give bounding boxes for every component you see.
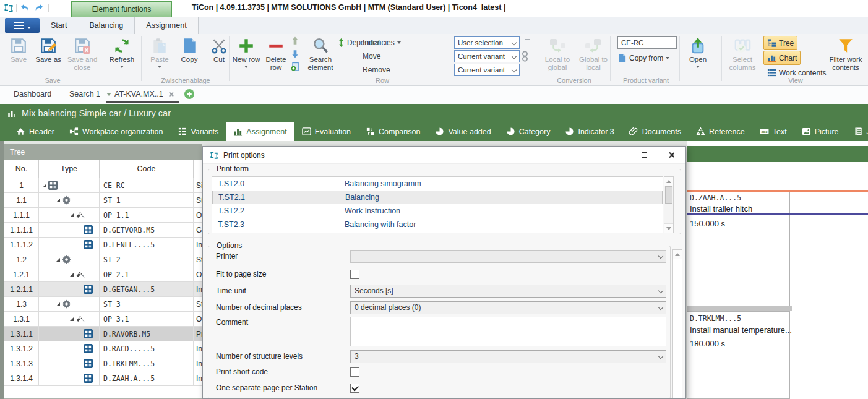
redo-button[interactable] (33, 3, 45, 13)
comment-input[interactable] (350, 317, 666, 346)
delete-row-button[interactable]: Delete row (261, 35, 291, 72)
tree-row-1-3[interactable]: 1.3ST 3St (4, 297, 202, 312)
filter-work-contents-label: Filter work contents (825, 56, 866, 72)
document-tab-at-kva-mx-1[interactable]: AT-KVA.MX..1 (106, 86, 174, 102)
tree-row-1-1-1[interactable]: 1.1.1OP 1.1O (4, 208, 202, 223)
tree-row-1-1-1-2[interactable]: 1.1.1.2D.LENLL....5In (4, 238, 202, 252)
print-form-item-t-st2-0[interactable]: T.ST2.0Balancing simogramm (212, 177, 663, 191)
scroll-up-button[interactable] (664, 177, 673, 186)
tab-category[interactable]: Category (499, 122, 558, 141)
print-short-code-checkbox[interactable] (350, 367, 359, 377)
fit-to-page-size-checkbox[interactable] (350, 270, 359, 279)
move-combo[interactable]: Current variant (454, 50, 520, 62)
time-unit-combo[interactable]: Seconds [s] (350, 285, 666, 298)
expand-triangle-icon[interactable] (43, 184, 46, 187)
tree-row-1-2[interactable]: 1.2ST 2St (4, 252, 202, 267)
open-button[interactable]: Open (683, 35, 713, 68)
refresh-button[interactable]: Refresh (105, 35, 139, 68)
minimize-button[interactable] (606, 148, 625, 162)
process-grid-icon (84, 359, 93, 368)
expand-triangle-icon[interactable] (56, 199, 60, 202)
undo-button[interactable] (20, 3, 31, 13)
scrollbar[interactable] (672, 249, 682, 399)
filter-work-contents-button[interactable]: Filter work contents (825, 35, 866, 72)
row-code: ST 1 (100, 193, 194, 207)
tree-row-1-2-1-1[interactable]: 1.2.1.1D.GETGAN...5In (4, 282, 202, 297)
document-tab-dashboard[interactable]: Dashboard (14, 86, 51, 102)
copy-from-button[interactable]: Copy from (617, 53, 669, 62)
move-up-button[interactable] (291, 36, 299, 45)
ribbon-tab-balancing[interactable]: Balancing (78, 17, 134, 34)
scrollbar[interactable] (664, 176, 674, 233)
tab-text[interactable]: abcText (752, 122, 794, 141)
tree-row-1-3-1-4[interactable]: 1.3.1.4D.ZAAH.A...5In (4, 371, 202, 386)
tab-value-added[interactable]: Value added (428, 122, 498, 141)
expand-triangle-icon[interactable] (56, 302, 60, 306)
print-form-item-t-st2-2[interactable]: T.ST2.2Work Instruction (212, 204, 663, 218)
tree-row-1-3-1-2[interactable]: 1.3.1.2D.RACD.....5In (4, 341, 202, 356)
application-menu-button[interactable] (5, 18, 40, 33)
chart-toggle-button[interactable]: Chart (763, 51, 801, 65)
expand-triangle-icon[interactable] (70, 273, 74, 277)
tree-row-1-3-1-3[interactable]: 1.3.1.3D.TRKLMM...5In (4, 356, 202, 371)
contextual-tab-element-functions[interactable]: Element functions (71, 1, 172, 17)
column-header-no[interactable]: No. (4, 160, 39, 178)
move-down-button[interactable] (291, 49, 299, 58)
insert-element-button[interactable] (291, 62, 299, 71)
row-number: 1.1.1.1 (4, 223, 39, 237)
dropdown-arrow-icon (158, 66, 161, 68)
copy-button[interactable]: Copy (174, 35, 204, 64)
search-element-button[interactable]: Search element (303, 35, 338, 72)
initial-combo[interactable]: User selection (454, 36, 520, 49)
row-type (39, 208, 100, 222)
separator (48, 4, 49, 12)
tab-variants[interactable]: Variants (170, 122, 226, 141)
tree-row-1[interactable]: 1CE-RCSi (4, 178, 202, 193)
expand-triangle-icon[interactable] (56, 258, 60, 262)
tab-picture[interactable]: Picture (794, 122, 846, 141)
new-row-button[interactable]: New row (231, 35, 261, 68)
scroll-up-button[interactable] (673, 250, 682, 259)
document-tab-search-1[interactable]: Search 1 (69, 86, 100, 102)
print-form-item-t-st2-1[interactable]: T.ST2.1Balancing (212, 191, 663, 204)
new-tab-button[interactable] (184, 89, 194, 99)
ribbon-tab-start[interactable]: Start (40, 17, 78, 34)
simogram-block[interactable]: D.TRKLMM...5 Install manual temperature.… (687, 311, 790, 399)
ribbon-tab-assignment[interactable]: Assignment (134, 17, 198, 34)
tree-row-1-3-1[interactable]: 1.3.1OP 3.1O (4, 312, 202, 327)
print-form-item-t-st2-3[interactable]: T.ST2.3Balancing with factor (212, 218, 663, 231)
close-button[interactable] (662, 148, 681, 162)
tab-indicator-3[interactable]: Indicator 3 (557, 122, 621, 141)
scroll-thumb[interactable] (665, 186, 672, 204)
remove-combo[interactable]: Current variant (454, 64, 520, 76)
print-form-item-t-st2-4[interactable]: T.ST2.4Balancing with planned block (212, 231, 663, 233)
tree-toggle-button[interactable]: Tree (763, 36, 797, 50)
expand-triangle-icon[interactable] (70, 317, 74, 321)
tab-header[interactable]: Header (9, 122, 62, 141)
tree-row-1-1[interactable]: 1.1ST 1St (4, 193, 202, 208)
tree-row-1-3-1-1[interactable]: 1.3.1.1D.RAVORB.M5Pr (4, 327, 202, 341)
link-variants-icon[interactable] (521, 49, 529, 63)
tab-workplace-organization[interactable]: Workplace organization (62, 122, 170, 141)
column-header-code[interactable]: Code (100, 160, 194, 178)
tab-comparison[interactable]: Comparison (358, 122, 428, 141)
close-tab-icon[interactable] (168, 92, 174, 97)
tab-evaluation[interactable]: Evaluation (294, 122, 358, 141)
number-of-structure-levels-combo[interactable]: 3 (350, 350, 666, 363)
simogram-block[interactable]: D.ZAAH.A...5 Install trailer hitch 150.0… (687, 192, 790, 306)
column-header-type[interactable]: Type (39, 160, 100, 178)
tree-row-1-1-1-1[interactable]: 1.1.1.1D.GETVORB.M5G (4, 223, 202, 238)
tab-reference[interactable]: Reference (689, 122, 752, 141)
save-as-button[interactable]: Save as (33, 35, 63, 64)
one-separate-page-per-station-checkbox[interactable] (350, 384, 359, 393)
scroll-down-button[interactable] (664, 223, 673, 233)
tab-documents[interactable]: Documents (622, 122, 689, 141)
expand-triangle-icon[interactable] (70, 213, 74, 217)
tab-assignment[interactable]: Assignment (226, 122, 294, 141)
tree-row-1-2-1[interactable]: 1.2.1OP 2.1O (4, 267, 202, 282)
app-logo-icon (4, 3, 14, 13)
maximize-button[interactable] (635, 148, 653, 162)
product-variant-combo[interactable]: CE-RC (617, 36, 677, 49)
number-of-decimal-places-combo[interactable]: 0 decimal places (0) (350, 301, 666, 314)
tab-journal[interactable]: Journal (846, 122, 868, 141)
